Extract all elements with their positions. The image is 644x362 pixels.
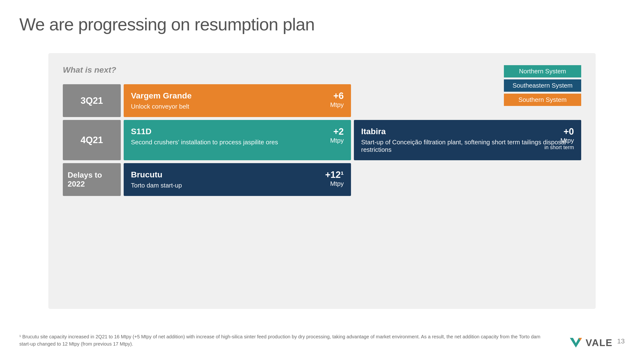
card-value-number-itabira: +0 — [544, 127, 574, 137]
main-container: What is next? Northern System Southeaste… — [48, 53, 596, 309]
time-label-4q21: 4Q21 — [63, 120, 121, 160]
card-s11d: S11D Second crushers' installation to pr… — [124, 120, 351, 160]
card-title-brucutu: Brucutu — [131, 170, 344, 179]
legend-northern: Northern System — [504, 65, 581, 77]
card-value-vargem-grande: +6 Mtpy — [330, 91, 344, 109]
footnote: ¹ Brucutu site capacity increased in 2Q2… — [19, 333, 548, 348]
vale-logo-icon — [569, 336, 583, 350]
card-value-note-itabira: in short term — [544, 144, 574, 151]
card-brucutu: Brucutu Torto dam start-up +12¹ Mtpy — [124, 163, 351, 196]
card-subtitle-s11d: Second crushers' installation to process… — [131, 138, 344, 146]
time-label-3q21: 3Q21 — [63, 84, 121, 117]
section-heading: What is next? — [63, 65, 581, 74]
legend-southern: Southern System — [504, 94, 581, 106]
card-value-unit: Mtpy — [330, 101, 344, 109]
card-value-unit-itabira: Mtpy — [544, 137, 574, 144]
empty-cell-row3 — [354, 163, 581, 196]
legend-southeastern: Southeastern System — [504, 79, 581, 92]
legend: Northern System Southeastern System Sout… — [504, 65, 581, 106]
card-value-s11d: +2 Mtpy — [330, 127, 344, 144]
card-title-s11d: S11D — [131, 127, 344, 136]
card-title-vargem-grande: Vargem Grande — [131, 91, 344, 100]
card-value-unit-s11d: Mtpy — [330, 137, 344, 144]
vale-logo-text: VALE — [586, 337, 612, 348]
content-grid: 3Q21 Vargem Grande Unlock conveyor belt … — [63, 84, 581, 196]
card-itabira: Itabira Start-up of Conceição filtration… — [354, 120, 581, 160]
vale-logo: VALE — [569, 336, 612, 350]
card-subtitle-brucutu: Torto dam start-up — [131, 182, 344, 189]
card-value-unit-brucutu: Mtpy — [325, 180, 344, 188]
page-title: We are progressing on resumption plan — [19, 14, 314, 34]
page-number: 13 — [617, 337, 625, 345]
card-value-number: +6 — [330, 91, 344, 101]
card-title-itabira: Itabira — [361, 127, 574, 136]
time-label-delays: Delays to 2022 — [63, 163, 121, 196]
card-vargem-grande: Vargem Grande Unlock conveyor belt +6 Mt… — [124, 84, 351, 117]
card-subtitle-vargem-grande: Unlock conveyor belt — [131, 103, 344, 110]
card-value-brucutu: +12¹ Mtpy — [325, 170, 344, 188]
card-value-number-brucutu: +12¹ — [325, 170, 344, 180]
card-subtitle-itabira: Start-up of Conceição filtration plant, … — [361, 138, 574, 153]
card-value-number-s11d: +2 — [330, 127, 344, 137]
card-value-itabira: +0 Mtpy in short term — [544, 127, 574, 151]
